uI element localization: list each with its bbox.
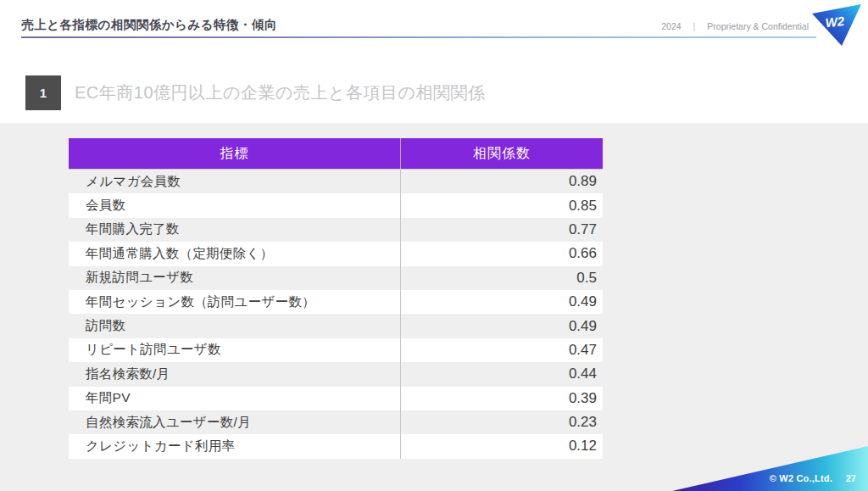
table-row: 指名検索数/月 0.44 xyxy=(69,362,603,386)
slide: 売上と各指標の相関関係からみる特徴・傾向 2024 | Proprietary … xyxy=(0,0,868,491)
section-title: EC年商10億円以上の企業の売上と各項目の相関関係 xyxy=(75,75,485,110)
row-coefficient-value: 0.77 xyxy=(401,218,603,242)
row-coefficient-value: 0.49 xyxy=(401,290,603,314)
header-year: 2024 xyxy=(661,21,681,31)
header-separator: | xyxy=(693,21,696,31)
table-row: 年間通常購入数（定期便除く） 0.66 xyxy=(69,242,603,265)
row-coefficient-value: 0.47 xyxy=(401,338,603,362)
table-header-row: 指標 相関係数 xyxy=(69,138,603,170)
section-number-badge: 1 xyxy=(25,75,61,110)
w2-logo-icon: W2 xyxy=(807,2,865,51)
footer-page-number: 27 xyxy=(846,473,856,483)
header-confidential: Proprietary & Confidential xyxy=(707,21,809,31)
row-indicator-label: メルマガ会員数 xyxy=(69,170,401,193)
column-header-coefficient: 相関係数 xyxy=(401,138,603,169)
row-indicator-label: 年間セッション数（訪問ユーザー数） xyxy=(69,290,401,314)
row-coefficient-value: 0.23 xyxy=(401,410,603,434)
row-indicator-label: 年間購入完了数 xyxy=(69,218,401,242)
svg-text:W2: W2 xyxy=(825,14,846,30)
footer-wedge-graphic xyxy=(0,440,868,491)
row-indicator-label: 自然検索流入ユーザー数/月 xyxy=(69,410,401,434)
table-row: メルマガ会員数 0.89 xyxy=(69,170,603,193)
table-row: 年間セッション数（訪問ユーザー数） 0.49 xyxy=(69,290,603,314)
row-coefficient-value: 0.5 xyxy=(401,266,603,290)
row-indicator-label: 年間通常購入数（定期便除く） xyxy=(69,242,401,265)
row-coefficient-value: 0.66 xyxy=(401,242,603,265)
table-row: 年間PV 0.39 xyxy=(69,387,603,410)
table-row: 年間購入完了数 0.77 xyxy=(69,218,603,242)
column-header-indicator: 指標 xyxy=(69,138,401,169)
table-body: メルマガ会員数 0.89 会員数 0.85 年間購入完了数 0.77 年間通常購… xyxy=(69,170,603,459)
row-coefficient-value: 0.85 xyxy=(401,193,603,217)
header-meta: 2024 | Proprietary & Confidential xyxy=(661,21,809,31)
table-row: 会員数 0.85 xyxy=(69,193,603,217)
row-coefficient-value: 0.89 xyxy=(401,170,603,193)
row-indicator-label: 会員数 xyxy=(69,193,401,217)
row-indicator-label: 新規訪問ユーザ数 xyxy=(69,266,401,290)
row-indicator-label: 指名検索数/月 xyxy=(69,362,401,386)
row-coefficient-value: 0.44 xyxy=(401,362,603,386)
correlation-table: 指標 相関係数 メルマガ会員数 0.89 会員数 0.85 年間購入完了数 0.… xyxy=(69,138,603,459)
row-indicator-label: 年間PV xyxy=(69,387,401,410)
row-coefficient-value: 0.49 xyxy=(401,314,603,338)
footer-copyright: © W2 Co.,Ltd. xyxy=(770,473,832,483)
page-title: 売上と各指標の相関関係からみる特徴・傾向 xyxy=(21,17,277,33)
table-row: 自然検索流入ユーザー数/月 0.23 xyxy=(69,410,603,434)
table-row: リピート訪問ユーザ数 0.47 xyxy=(69,338,603,362)
table-row: 新規訪問ユーザ数 0.5 xyxy=(69,266,603,290)
table-row: 訪問数 0.49 xyxy=(69,314,603,338)
row-indicator-label: 訪問数 xyxy=(69,314,401,338)
row-indicator-label: リピート訪問ユーザ数 xyxy=(69,338,401,362)
row-coefficient-value: 0.39 xyxy=(401,387,603,410)
title-underline xyxy=(21,36,816,38)
